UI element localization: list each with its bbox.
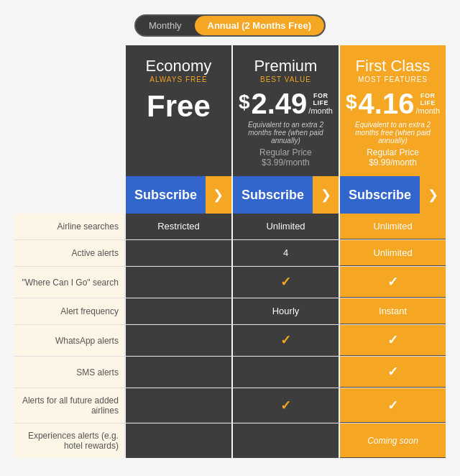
first-class-equiv: Equivalent to an extra 2 months free (wh… — [346, 121, 440, 145]
whatsapp-alerts-first-class: ✓ — [340, 325, 446, 356]
premium-per-month: /month — [308, 106, 333, 115]
premium-price-right: FOR LIFE /month — [308, 92, 333, 115]
economy-subscribe-btn[interactable]: Subscribe — [126, 176, 206, 214]
whatsapp-alerts-label: WhatsApp alerts — [14, 325, 125, 356]
annual-toggle-btn[interactable]: Annual (2 Months Free) — [195, 16, 324, 35]
active-alerts-premium: 4 — [233, 240, 339, 266]
future-airlines-premium: ✓ — [233, 388, 339, 423]
pricing-table: Economy ALWAYS FREE Free Premium BEST VA… — [14, 45, 446, 458]
premium-plan-tag: BEST VALUE — [239, 75, 333, 83]
billing-toggle-bar: Monthly Annual (2 Months Free) — [14, 14, 446, 37]
feature-row-whatsapp-alerts: WhatsApp alerts ✓ ✓ — [14, 325, 446, 357]
billing-toggle[interactable]: Monthly Annual (2 Months Free) — [134, 14, 326, 37]
whatsapp-alerts-economy — [126, 325, 231, 356]
feature-row-experiences: Experiences alerts (e.g. hotel rewards) … — [14, 424, 446, 458]
where-can-i-go-premium: ✓ — [233, 267, 339, 298]
first-class-price-block: $ 4.16 FOR LIFE /month — [346, 89, 440, 118]
experiences-label: Experiences alerts (e.g. hotel rewards) — [14, 424, 125, 458]
future-airlines-label: Alerts for all future added airlines — [14, 388, 125, 423]
first-class-subscribe-col[interactable]: Subscribe ❯ — [340, 176, 446, 214]
first-class-for-life: FOR LIFE — [415, 92, 440, 106]
economy-header: Economy ALWAYS FREE Free — [126, 45, 231, 176]
first-class-amount: 4.16 — [359, 89, 415, 118]
future-airlines-economy — [126, 388, 231, 423]
economy-price: Free — [132, 89, 226, 124]
subscribe-row: Subscribe ❯ Subscribe ❯ Subscribe ❯ — [14, 176, 446, 214]
header-row: Economy ALWAYS FREE Free Premium BEST VA… — [14, 45, 446, 176]
experiences-economy — [126, 424, 231, 458]
first-class-wcig-check-icon: ✓ — [387, 274, 398, 290]
first-class-per-month: /month — [415, 106, 440, 115]
premium-subscribe-btn[interactable]: Subscribe — [233, 176, 313, 214]
sms-alerts-first-class: ✓ — [340, 357, 446, 388]
airline-searches-premium: Unlimited — [233, 214, 339, 239]
active-alerts-first-class: Unlimited — [340, 240, 446, 266]
first-class-sms-check-icon: ✓ — [387, 364, 398, 380]
where-can-i-go-label: "Where Can I Go" search — [14, 267, 125, 298]
premium-regular-label: Regular Price $3.99/month — [239, 147, 333, 168]
first-class-header: First Class MOST FEATURES $ 4.16 FOR LIF… — [340, 45, 446, 176]
economy-plan-tag: ALWAYS FREE — [132, 75, 226, 83]
first-class-regular-label: Regular Price $9.99/month — [346, 147, 440, 168]
monthly-toggle-btn[interactable]: Monthly — [136, 16, 195, 35]
airline-searches-label: Airline searches — [14, 214, 125, 239]
active-alerts-economy — [126, 240, 231, 266]
premium-for-life: FOR LIFE — [308, 92, 333, 106]
premium-future-check-icon: ✓ — [280, 398, 291, 413]
sms-alerts-label: SMS alerts — [14, 357, 125, 388]
premium-price-block: $ 2.49 FOR LIFE /month — [239, 89, 333, 118]
economy-subscribe-arrow[interactable]: ❯ — [206, 176, 231, 214]
where-can-i-go-first-class: ✓ — [340, 267, 446, 298]
future-airlines-first-class: ✓ — [340, 388, 446, 423]
first-class-whatsapp-check-icon: ✓ — [387, 332, 398, 348]
alert-frequency-label: Alert frequency — [14, 298, 125, 324]
coming-soon-label: Coming soon — [367, 436, 418, 446]
sms-alerts-premium — [233, 357, 339, 388]
feature-row-airline-searches: Airline searches Restricted Unlimited Un… — [14, 214, 446, 240]
premium-wcig-check-icon: ✓ — [280, 274, 291, 290]
sms-alerts-economy — [126, 357, 231, 388]
alert-frequency-economy — [126, 298, 231, 324]
feature-row-active-alerts: Active alerts 4 Unlimited — [14, 240, 446, 267]
experiences-premium — [233, 424, 339, 458]
alert-frequency-premium: Hourly — [233, 298, 339, 324]
first-class-price-right: FOR LIFE /month — [415, 92, 440, 115]
first-class-dollar: $ — [346, 92, 357, 112]
pricing-container: Monthly Annual (2 Months Free) Economy A… — [14, 14, 446, 458]
premium-subscribe-arrow[interactable]: ❯ — [313, 176, 339, 214]
premium-amount: 2.49 — [251, 89, 307, 118]
economy-plan-name: Economy — [132, 57, 226, 75]
first-class-subscribe-arrow[interactable]: ❯ — [420, 176, 446, 214]
features-section: Airline searches Restricted Unlimited Un… — [14, 214, 446, 458]
premium-equiv: Equivalent to an extra 2 months free (wh… — [239, 121, 333, 145]
first-class-future-check-icon: ✓ — [387, 398, 398, 413]
premium-subscribe-col[interactable]: Subscribe ❯ — [233, 176, 339, 214]
feature-row-sms-alerts: SMS alerts ✓ — [14, 357, 446, 388]
premium-plan-name: Premium — [239, 57, 333, 75]
first-class-plan-tag: MOST FEATURES — [346, 75, 440, 83]
first-class-subscribe-btn[interactable]: Subscribe — [340, 176, 420, 214]
premium-dollar: $ — [239, 92, 250, 112]
feature-row-where-can-i-go: "Where Can I Go" search ✓ ✓ — [14, 267, 446, 298]
subscribe-spacer — [14, 176, 125, 214]
experiences-first-class: Coming soon — [340, 424, 446, 458]
feature-row-alert-frequency: Alert frequency Hourly Instant — [14, 298, 446, 325]
alert-frequency-first-class: Instant — [340, 298, 446, 324]
economy-subscribe-col[interactable]: Subscribe ❯ — [126, 176, 231, 214]
airline-searches-first-class: Unlimited — [340, 214, 446, 239]
premium-whatsapp-check-icon: ✓ — [280, 332, 291, 348]
feature-row-future-airlines: Alerts for all future added airlines ✓ ✓ — [14, 388, 446, 424]
whatsapp-alerts-premium: ✓ — [233, 325, 339, 356]
first-class-plan-name: First Class — [346, 57, 440, 75]
airline-searches-economy: Restricted — [126, 214, 231, 239]
active-alerts-label: Active alerts — [14, 240, 125, 266]
where-can-i-go-economy — [126, 267, 231, 298]
premium-header: Premium BEST VALUE $ 2.49 FOR LIFE /mont… — [233, 45, 339, 176]
feature-col-spacer — [14, 45, 125, 176]
